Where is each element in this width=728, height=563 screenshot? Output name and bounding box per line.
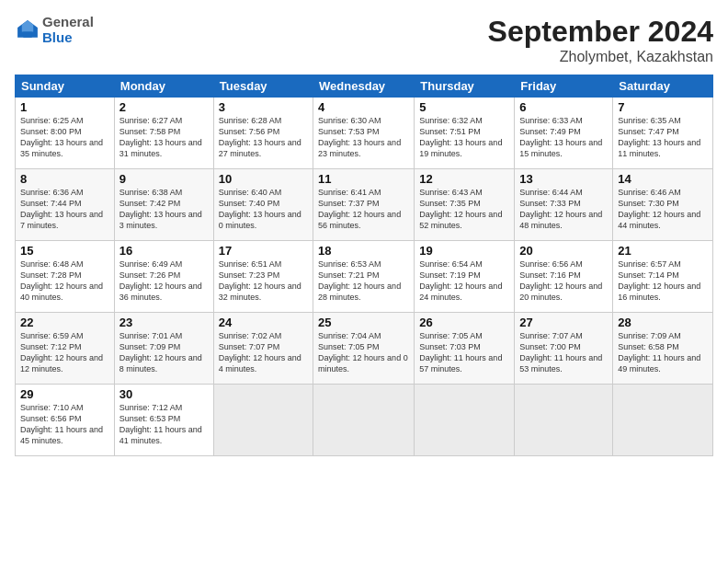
cell-day: 19 [419,244,509,258]
table-cell: 16 Sunrise: 6:49 AM Sunset: 7:26 PM Dayl… [114,241,213,313]
cell-day: 11 [318,172,409,186]
table-cell [515,385,613,456]
table-cell: 1 Sunrise: 6:25 AM Sunset: 8:00 PM Dayli… [16,98,115,169]
cell-day: 1 [20,100,109,114]
table-cell: 25 Sunrise: 7:04 AM Sunset: 7:05 PM Dayl… [313,313,415,385]
header-tuesday: Tuesday [213,75,313,98]
svg-marker-1 [22,20,33,31]
table-cell: 6 Sunrise: 6:33 AM Sunset: 7:49 PM Dayli… [515,98,613,169]
table-cell: 3 Sunrise: 6:28 AM Sunset: 7:56 PM Dayli… [213,98,313,169]
cell-info: Sunrise: 6:35 AM Sunset: 7:47 PM Dayligh… [618,115,708,160]
table-cell: 15 Sunrise: 6:48 AM Sunset: 7:28 PM Dayl… [16,241,115,313]
cell-day: 24 [219,316,308,329]
week-row-3: 15 Sunrise: 6:48 AM Sunset: 7:28 PM Dayl… [16,241,713,313]
cell-info: Sunrise: 6:38 AM Sunset: 7:42 PM Dayligh… [119,187,209,232]
table-cell: 2 Sunrise: 6:27 AM Sunset: 7:58 PM Dayli… [114,98,213,169]
calendar-subtitle: Zholymbet, Kazakhstan [488,49,713,65]
table-cell [213,385,313,456]
table-cell: 4 Sunrise: 6:30 AM Sunset: 7:53 PM Dayli… [313,98,415,169]
table-cell: 9 Sunrise: 6:38 AM Sunset: 7:42 PM Dayli… [114,169,213,241]
header-saturday: Saturday [613,75,713,98]
cell-day: 12 [419,172,509,186]
cell-info: Sunrise: 7:07 AM Sunset: 7:00 PM Dayligh… [519,330,608,375]
cell-day: 21 [618,244,708,258]
cell-day: 27 [519,316,608,329]
svg-rect-2 [23,31,31,37]
header-friday: Friday [515,75,613,98]
cell-info: Sunrise: 6:44 AM Sunset: 7:33 PM Dayligh… [519,187,608,232]
cell-info: Sunrise: 6:53 AM Sunset: 7:21 PM Dayligh… [318,259,409,304]
table-cell: 21 Sunrise: 6:57 AM Sunset: 7:14 PM Dayl… [613,241,713,313]
cell-info: Sunrise: 6:43 AM Sunset: 7:35 PM Dayligh… [419,187,509,232]
cell-info: Sunrise: 6:36 AM Sunset: 7:44 PM Dayligh… [20,187,109,232]
cell-day: 5 [419,100,509,114]
cell-info: Sunrise: 7:12 AM Sunset: 6:53 PM Dayligh… [119,402,209,447]
cell-info: Sunrise: 7:05 AM Sunset: 7:03 PM Dayligh… [419,330,509,375]
logo-general: General [42,14,94,29]
cell-info: Sunrise: 6:54 AM Sunset: 7:19 PM Dayligh… [419,259,509,304]
cell-day: 17 [219,244,308,258]
cell-day: 7 [618,100,708,114]
table-cell: 30 Sunrise: 7:12 AM Sunset: 6:53 PM Dayl… [114,385,213,456]
table-cell: 10 Sunrise: 6:40 AM Sunset: 7:40 PM Dayl… [213,169,313,241]
cell-day: 26 [419,316,509,329]
cell-info: Sunrise: 7:04 AM Sunset: 7:05 PM Dayligh… [318,330,409,375]
cell-day: 18 [318,244,409,258]
table-cell: 17 Sunrise: 6:51 AM Sunset: 7:23 PM Dayl… [213,241,313,313]
table-cell: 14 Sunrise: 6:46 AM Sunset: 7:30 PM Dayl… [613,169,713,241]
logo-icon [15,17,40,43]
cell-info: Sunrise: 6:28 AM Sunset: 7:56 PM Dayligh… [219,115,308,160]
table-cell: 22 Sunrise: 6:59 AM Sunset: 7:12 PM Dayl… [16,313,115,385]
logo-blue: Blue [42,29,73,45]
table-cell [415,385,515,456]
cell-info: Sunrise: 6:27 AM Sunset: 7:58 PM Dayligh… [119,115,209,160]
week-row-5: 29 Sunrise: 7:10 AM Sunset: 6:56 PM Dayl… [16,385,713,456]
table-cell: 28 Sunrise: 7:09 AM Sunset: 6:58 PM Dayl… [613,313,713,385]
calendar-table: Sunday Monday Tuesday Wednesday Thursday… [15,75,713,456]
cell-day: 8 [20,172,109,186]
cell-day: 30 [119,387,209,401]
header-monday: Monday [114,75,213,98]
cell-info: Sunrise: 6:49 AM Sunset: 7:26 PM Dayligh… [119,259,209,304]
cell-info: Sunrise: 6:25 AM Sunset: 8:00 PM Dayligh… [20,115,109,160]
cell-info: Sunrise: 7:02 AM Sunset: 7:07 PM Dayligh… [219,330,308,375]
table-cell: 8 Sunrise: 6:36 AM Sunset: 7:44 PM Dayli… [16,169,115,241]
cell-day: 10 [219,172,308,186]
page: General Blue September 2024 Zholymbet, K… [0,0,728,563]
cell-info: Sunrise: 6:30 AM Sunset: 7:53 PM Dayligh… [318,115,409,160]
week-row-4: 22 Sunrise: 6:59 AM Sunset: 7:12 PM Dayl… [16,313,713,385]
table-cell: 29 Sunrise: 7:10 AM Sunset: 6:56 PM Dayl… [16,385,115,456]
logo: General Blue [15,15,94,45]
table-cell: 7 Sunrise: 6:35 AM Sunset: 7:47 PM Dayli… [613,98,713,169]
table-cell: 11 Sunrise: 6:41 AM Sunset: 7:37 PM Dayl… [313,169,415,241]
table-cell: 12 Sunrise: 6:43 AM Sunset: 7:35 PM Dayl… [415,169,515,241]
header-thursday: Thursday [415,75,515,98]
table-cell [313,385,415,456]
cell-info: Sunrise: 6:41 AM Sunset: 7:37 PM Dayligh… [318,187,409,232]
cell-day: 28 [618,316,708,329]
table-cell: 20 Sunrise: 6:56 AM Sunset: 7:16 PM Dayl… [515,241,613,313]
calendar-header-row: Sunday Monday Tuesday Wednesday Thursday… [16,75,713,98]
cell-day: 16 [119,244,209,258]
table-cell: 18 Sunrise: 6:53 AM Sunset: 7:21 PM Dayl… [313,241,415,313]
cell-day: 20 [519,244,608,258]
cell-day: 13 [519,172,608,186]
title-block: September 2024 Zholymbet, Kazakhstan [488,15,713,65]
cell-info: Sunrise: 6:59 AM Sunset: 7:12 PM Dayligh… [20,330,109,375]
cell-info: Sunrise: 6:33 AM Sunset: 7:49 PM Dayligh… [519,115,608,160]
cell-info: Sunrise: 6:46 AM Sunset: 7:30 PM Dayligh… [618,187,708,232]
table-cell: 23 Sunrise: 7:01 AM Sunset: 7:09 PM Dayl… [114,313,213,385]
cell-info: Sunrise: 6:51 AM Sunset: 7:23 PM Dayligh… [219,259,308,304]
cell-day: 6 [519,100,608,114]
week-row-2: 8 Sunrise: 6:36 AM Sunset: 7:44 PM Dayli… [16,169,713,241]
cell-info: Sunrise: 6:40 AM Sunset: 7:40 PM Dayligh… [219,187,308,232]
table-cell: 19 Sunrise: 6:54 AM Sunset: 7:19 PM Dayl… [415,241,515,313]
table-cell: 5 Sunrise: 6:32 AM Sunset: 7:51 PM Dayli… [415,98,515,169]
cell-day: 4 [318,100,409,114]
cell-day: 14 [618,172,708,186]
table-cell: 13 Sunrise: 6:44 AM Sunset: 7:33 PM Dayl… [515,169,613,241]
cell-info: Sunrise: 6:57 AM Sunset: 7:14 PM Dayligh… [618,259,708,304]
cell-info: Sunrise: 6:48 AM Sunset: 7:28 PM Dayligh… [20,259,109,304]
table-cell: 26 Sunrise: 7:05 AM Sunset: 7:03 PM Dayl… [415,313,515,385]
cell-info: Sunrise: 7:01 AM Sunset: 7:09 PM Dayligh… [119,330,209,375]
